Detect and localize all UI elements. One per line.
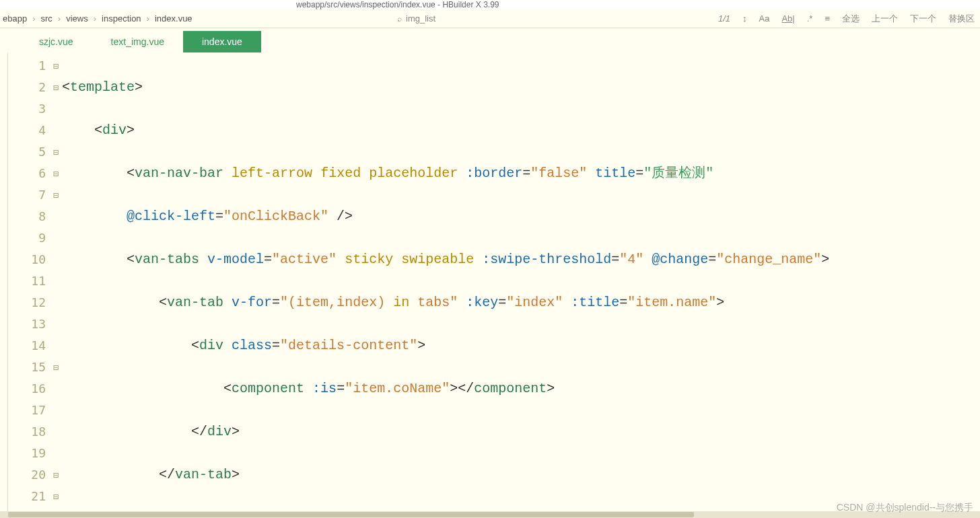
- chevron-right-icon: ›: [94, 13, 96, 24]
- lines-icon[interactable]: ≡: [825, 13, 830, 24]
- nav-icon[interactable]: ↕: [742, 13, 747, 24]
- chevron-right-icon: ›: [147, 13, 149, 24]
- marker-strip: [0, 52, 8, 518]
- breadcrumb-item[interactable]: views: [66, 13, 88, 24]
- search-toolbar: 1/1 ↕ Aa Ab| .* ≡ 全选 上一个 下一个 替换区: [718, 13, 975, 25]
- horizontal-scrollbar[interactable]: [0, 511, 980, 518]
- chevron-right-icon: ›: [32, 13, 35, 24]
- prev-button[interactable]: 上一个: [872, 13, 898, 25]
- scrollbar-thumb[interactable]: [8, 512, 694, 517]
- replace-button[interactable]: 替换区: [948, 13, 975, 25]
- line-gutter: 123456789101112131415161718192021: [8, 52, 51, 518]
- match-counter: 1/1: [718, 13, 730, 24]
- editor-area: 123456789101112131415161718192021 ⊟⊟⊟⊟⊟⊟…: [0, 52, 980, 518]
- fold-column: ⊟⊟⊟⊟⊟⊟⊟⊟: [51, 52, 61, 518]
- case-toggle[interactable]: Aa: [759, 13, 770, 24]
- tab-szjc[interactable]: szjc.vue: [20, 31, 92, 52]
- code-editor[interactable]: <template> <div> <van-nav-bar left-arrow…: [61, 52, 980, 518]
- editor-tabs: szjc.vue text_img.vue index.vue: [0, 28, 980, 52]
- breadcrumb: ebapp› src› views› inspection› index.vue: [0, 13, 193, 24]
- tab-text-img[interactable]: text_img.vue: [92, 31, 183, 52]
- window-title: webapp/src/views/inspection/index.vue - …: [296, 0, 499, 9]
- breadcrumb-item[interactable]: index.vue: [155, 13, 193, 24]
- tab-index[interactable]: index.vue: [183, 31, 261, 52]
- breadcrumb-item[interactable]: src: [41, 13, 53, 24]
- breadcrumb-item[interactable]: inspection: [102, 13, 141, 24]
- search-icon: ⌕: [397, 14, 402, 24]
- next-button[interactable]: 下一个: [910, 13, 936, 25]
- menu-bar: webapp/src/views/inspection/index.vue - …: [0, 0, 980, 9]
- search-box[interactable]: ⌕ img_list: [397, 13, 435, 24]
- breadcrumb-item[interactable]: ebapp: [3, 13, 27, 24]
- select-all-button[interactable]: 全选: [842, 13, 860, 25]
- chevron-right-icon: ›: [58, 13, 61, 24]
- watermark: CSDN @共创splendid--与您携手: [837, 502, 973, 514]
- search-input[interactable]: img_list: [406, 13, 435, 24]
- header-row: ebapp› src› views› inspection› index.vue…: [0, 9, 980, 28]
- regex-toggle[interactable]: .*: [807, 13, 813, 24]
- word-toggle[interactable]: Ab|: [781, 13, 794, 24]
